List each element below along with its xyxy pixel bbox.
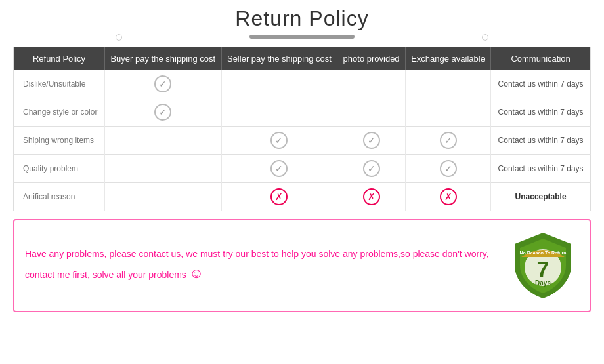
cell-seller_pay xyxy=(221,98,337,127)
bottom-section: Have any problems, please contact us, we… xyxy=(13,219,591,312)
cell-photo: ✓ xyxy=(337,127,405,155)
table-row: Artifical reason✗✗✗Unacceptable xyxy=(14,183,591,211)
svg-text:Days: Days xyxy=(535,279,551,287)
cell-seller_pay xyxy=(221,70,337,98)
cell-photo: ✓ xyxy=(337,155,405,183)
cell-policy: Shiping wrong items xyxy=(14,127,105,155)
cell-seller_pay: ✗ xyxy=(221,183,337,211)
title-divider xyxy=(13,35,591,39)
col-header-buyer: Buyer pay the shipping cost xyxy=(105,47,222,71)
cell-buyer_pay xyxy=(105,183,222,211)
cross-icon: ✗ xyxy=(440,188,457,205)
svg-text:No Reason To Return: No Reason To Return xyxy=(519,251,566,255)
cell-communication: Contact us within 7 days xyxy=(491,155,591,183)
cell-buyer_pay: ✓ xyxy=(105,70,222,98)
cell-photo: ✗ xyxy=(337,183,405,211)
table-row: Quality problem✓✓✓Contact us within 7 da… xyxy=(14,155,591,183)
title-section: Return Policy xyxy=(13,7,591,39)
check-icon: ✓ xyxy=(440,132,457,149)
col-header-photo: photo provided xyxy=(337,47,405,71)
cell-exchange xyxy=(405,70,490,98)
cell-photo xyxy=(337,70,405,98)
cell-buyer_pay xyxy=(105,127,222,155)
cross-icon: ✗ xyxy=(363,188,380,205)
cell-communication: Contact us within 7 days xyxy=(491,98,591,127)
table-header-row: Refund Policy Buyer pay the shipping cos… xyxy=(14,47,591,71)
divider-line-right xyxy=(357,37,488,37)
cell-policy: Change style or color xyxy=(14,98,105,127)
cell-communication: Contact us within 7 days xyxy=(491,70,591,98)
divider-bar xyxy=(249,35,355,39)
cell-buyer_pay xyxy=(105,155,222,183)
cell-exchange xyxy=(405,98,490,127)
page-title: Return Policy xyxy=(13,7,591,31)
col-header-communication: Communication xyxy=(491,47,591,71)
cell-exchange: ✓ xyxy=(405,127,490,155)
svg-text:7: 7 xyxy=(537,256,550,281)
col-header-policy: Refund Policy xyxy=(14,47,105,71)
check-icon: ✓ xyxy=(154,104,171,121)
cell-seller_pay: ✓ xyxy=(221,155,337,183)
shield-svg: No Reason To Return 7 Days xyxy=(507,230,579,302)
table-row: Dislike/Unsuitable✓Contact us within 7 d… xyxy=(14,70,591,98)
check-icon: ✓ xyxy=(440,160,457,177)
divider-line-left xyxy=(116,37,247,37)
check-icon: ✓ xyxy=(363,160,380,177)
cross-icon: ✗ xyxy=(270,188,288,205)
cell-seller_pay: ✓ xyxy=(221,127,337,155)
col-header-seller: Seller pay the shipping cost xyxy=(221,47,337,71)
cell-exchange: ✗ xyxy=(405,183,490,211)
cell-policy: Artifical reason xyxy=(14,183,105,211)
note-text-content: Have any problems, please contact us, we… xyxy=(25,249,489,279)
note-text: Have any problems, please contact us, we… xyxy=(25,247,496,285)
check-icon: ✓ xyxy=(154,75,171,92)
cell-buyer_pay: ✓ xyxy=(105,98,222,127)
cell-exchange: ✓ xyxy=(405,155,490,183)
check-icon: ✓ xyxy=(363,132,380,149)
cell-policy: Dislike/Unsuitable xyxy=(14,70,105,98)
cell-photo xyxy=(337,98,405,127)
smiley-icon: ☺ xyxy=(189,265,204,281)
page-container: Return Policy Refund Policy Buyer pay th… xyxy=(0,0,604,319)
shield-badge: No Reason To Return 7 Days xyxy=(507,230,579,302)
cell-communication: Contact us within 7 days xyxy=(491,127,591,155)
table-row: Shiping wrong items✓✓✓Contact us within … xyxy=(14,127,591,155)
check-icon: ✓ xyxy=(270,132,288,149)
col-header-exchange: Exchange available xyxy=(405,47,490,71)
cell-communication: Unacceptable xyxy=(491,183,591,211)
cell-policy: Quality problem xyxy=(14,155,105,183)
table-row: Change style or color✓Contact us within … xyxy=(14,98,591,127)
check-icon: ✓ xyxy=(270,160,288,177)
policy-table: Refund Policy Buyer pay the shipping cos… xyxy=(13,47,591,211)
